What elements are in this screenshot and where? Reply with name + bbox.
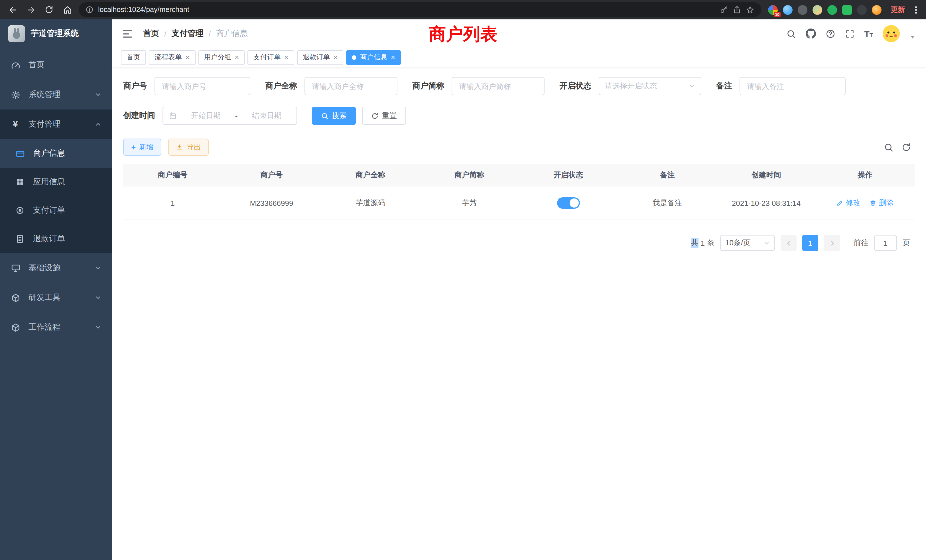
- reset-button[interactable]: 重置: [362, 107, 406, 125]
- delete-link[interactable]: 删除: [870, 198, 894, 208]
- close-icon[interactable]: ×: [284, 54, 288, 61]
- status-select[interactable]: 请选择开启状态: [599, 77, 701, 95]
- extension-icon-6[interactable]: [842, 5, 852, 15]
- document-icon: [15, 235, 25, 244]
- close-icon[interactable]: ×: [334, 54, 338, 61]
- extension-icon-3[interactable]: [798, 5, 807, 15]
- merchant-no-input[interactable]: [154, 77, 250, 95]
- chevron-up-icon: [95, 121, 101, 128]
- extension-icon-5[interactable]: [828, 5, 837, 15]
- sidebar-item-system[interactable]: 系统管理: [0, 80, 112, 109]
- font-size-icon[interactable]: TT: [864, 29, 873, 38]
- top-navbar: 首页 / 支付管理 / 商户信息: [112, 20, 926, 48]
- merchant-no-label: 商户号: [123, 81, 147, 91]
- target-icon: [15, 206, 25, 215]
- help-icon[interactable]: [825, 29, 835, 38]
- site-info-icon[interactable]: [86, 6, 94, 14]
- cell-remark: 我是备注: [618, 186, 717, 219]
- password-key-icon[interactable]: [720, 5, 728, 14]
- github-icon[interactable]: [805, 29, 816, 39]
- bookmark-star-icon[interactable]: [746, 5, 754, 14]
- sidebar-item-app-info[interactable]: 应用信息: [0, 168, 112, 196]
- plus-icon: +: [131, 143, 136, 151]
- short-name-label: 商户简称: [412, 81, 444, 91]
- sidebar-item-merchant-info[interactable]: 商户信息: [0, 139, 112, 168]
- goto-page-input[interactable]: [874, 235, 897, 251]
- create-time-range-picker[interactable]: 开始日期 - 结束日期: [162, 107, 297, 125]
- search-icon[interactable]: [786, 29, 796, 38]
- extension-icon-4[interactable]: [813, 5, 822, 15]
- status-toggle[interactable]: [557, 197, 580, 209]
- breadcrumb-home[interactable]: 首页: [143, 29, 159, 39]
- tab-pay-order[interactable]: 支付订单×: [247, 50, 294, 65]
- status-label: 开启状态: [559, 81, 591, 91]
- sidebar-item-workflow[interactable]: 工作流程: [0, 312, 112, 342]
- extension-icon-1[interactable]: 10: [768, 5, 778, 15]
- toggle-search-icon[interactable]: [884, 142, 894, 152]
- address-bar[interactable]: localhost:1024/pay/merchant: [79, 2, 761, 17]
- share-icon[interactable]: [733, 5, 741, 14]
- close-icon[interactable]: ×: [185, 54, 189, 61]
- chevron-down-icon: [764, 240, 770, 246]
- export-button[interactable]: 导出: [168, 139, 209, 156]
- sidebar-item-refund-order[interactable]: 退款订单: [0, 225, 112, 253]
- goto-label: 前往: [853, 238, 869, 248]
- pagination: 共 1 条 10条/页 1: [123, 235, 915, 251]
- table-row: 1 M233666999 芋道源码 芋艿 我是备注 2021-10-23 08:…: [123, 186, 915, 220]
- tab-home[interactable]: 首页: [121, 50, 146, 65]
- app-logo: 芋道管理系统: [0, 20, 112, 48]
- sidebar-item-dev-tools[interactable]: 研发工具: [0, 283, 112, 312]
- date-separator: -: [235, 112, 238, 120]
- tab-merchant-info[interactable]: 商户信息×: [346, 50, 401, 65]
- page-number-button[interactable]: 1: [802, 235, 818, 251]
- remark-input[interactable]: [740, 77, 846, 95]
- prev-page-button[interactable]: [781, 235, 797, 251]
- chevron-down-icon: [95, 294, 101, 301]
- browser-home-icon[interactable]: [61, 3, 74, 17]
- sidebar-item-pay-order[interactable]: 支付订单: [0, 196, 112, 225]
- cell-short-name: 芋艿: [420, 186, 519, 219]
- refresh-icon[interactable]: [902, 142, 911, 152]
- extensions-cluster: 10: [766, 5, 884, 15]
- chevron-down-icon: [95, 324, 101, 331]
- caret-down-icon[interactable]: [909, 34, 916, 40]
- add-button[interactable]: + 新增: [123, 139, 161, 156]
- page-size-select[interactable]: 10条/页: [720, 235, 775, 251]
- col-create-time: 创建时间: [717, 163, 816, 186]
- browser-update-button[interactable]: 更新: [888, 5, 907, 15]
- cell-create-time: 2021-10-23 08:31:14: [717, 186, 816, 219]
- browser-menu-icon[interactable]: [912, 6, 920, 14]
- box-icon: [10, 322, 21, 332]
- fullscreen-icon[interactable]: [845, 29, 855, 38]
- remark-label: 备注: [716, 81, 732, 91]
- yen-icon: ¥: [10, 119, 21, 129]
- sidebar-item-pay[interactable]: ¥ 支付管理: [0, 109, 112, 139]
- sidebar-item-infra[interactable]: 基础设施: [0, 253, 112, 283]
- tab-refund-order[interactable]: 退款订单×: [297, 50, 343, 65]
- app-title: 芋道管理系统: [31, 29, 79, 39]
- sidebar-toggle-icon[interactable]: [122, 28, 133, 39]
- next-page-button[interactable]: [824, 235, 840, 251]
- browser-back-icon[interactable]: [6, 3, 20, 17]
- extension-icon-2[interactable]: [783, 5, 793, 15]
- breadcrumb-pay[interactable]: 支付管理: [172, 29, 204, 39]
- browser-toolbar: localhost:1024/pay/merchant 10 更新: [0, 0, 926, 20]
- edit-link[interactable]: 修改: [837, 198, 861, 208]
- screen: localhost:1024/pay/merchant 10 更新: [0, 0, 926, 560]
- browser-forward-icon[interactable]: [24, 3, 38, 17]
- close-icon[interactable]: ×: [391, 54, 395, 61]
- merchant-name-input[interactable]: [304, 77, 398, 95]
- short-name-input[interactable]: [452, 77, 545, 95]
- tab-process-form[interactable]: 流程表单×: [149, 50, 195, 65]
- date-start-placeholder: 开始日期: [182, 110, 230, 121]
- tab-user-group[interactable]: 用户分组×: [198, 50, 245, 65]
- browser-reload-icon[interactable]: [42, 3, 56, 17]
- sidebar-item-home[interactable]: 首页: [0, 50, 112, 80]
- search-button[interactable]: 搜索: [312, 107, 356, 125]
- close-icon[interactable]: ×: [235, 54, 239, 61]
- sidebar-menu: 首页 系统管理 ¥ 支付管理: [0, 48, 112, 560]
- user-avatar[interactable]: [883, 25, 900, 42]
- col-merchant-no: 商户号: [222, 163, 321, 186]
- profile-avatar-icon[interactable]: [872, 5, 882, 15]
- extension-icon-7[interactable]: [857, 5, 867, 15]
